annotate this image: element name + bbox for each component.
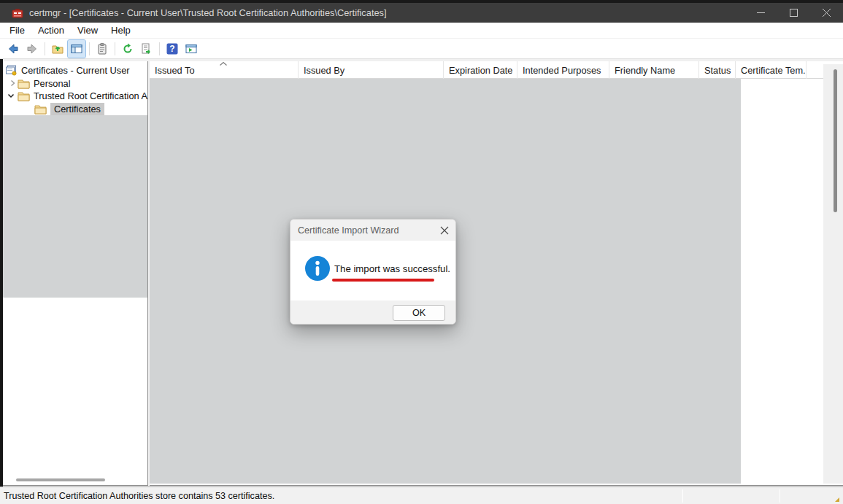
tree-item-trusted-root[interactable]: Trusted Root Certification Authorities xyxy=(3,89,147,102)
column-header-intended-purposes[interactable]: Intended Purposes xyxy=(517,61,609,79)
close-icon xyxy=(823,9,831,17)
action-pane-toggle-icon xyxy=(185,42,198,55)
dialog-footer: OK xyxy=(290,301,455,325)
column-header-certificate-template[interactable]: Certificate Tem... xyxy=(736,61,807,79)
chevron-right-icon[interactable] xyxy=(7,78,18,88)
maximize-icon xyxy=(790,9,798,17)
list-vertical-scrollbar-thumb[interactable] xyxy=(834,69,837,212)
window-title: certmgr - [Certificates - Current User\T… xyxy=(29,7,387,18)
certificate-import-wizard-dialog: Certificate Import Wizard The import was… xyxy=(290,219,456,325)
chevron-down-icon[interactable] xyxy=(6,90,16,101)
menu-action[interactable]: Action xyxy=(31,23,71,39)
dialog-title-bar[interactable]: Certificate Import Wizard xyxy=(290,220,455,241)
back-button[interactable] xyxy=(4,40,22,58)
minimize-button[interactable] xyxy=(744,3,777,23)
maximize-button[interactable] xyxy=(777,3,810,23)
folder-icon xyxy=(18,78,30,89)
tree-item-label: Personal xyxy=(34,78,71,89)
tree-item-label: Certificates - Current User xyxy=(21,65,130,76)
tree-item-label: Trusted Root Certification Authorities xyxy=(34,90,148,101)
dialog-title: Certificate Import Wizard xyxy=(298,225,399,236)
list-header-row: Issued To Issued By Expiration Date Inte… xyxy=(150,61,843,79)
list-vertical-scrollbar-track[interactable] xyxy=(823,64,843,484)
export-list-icon xyxy=(140,42,153,55)
folder-icon xyxy=(34,104,47,115)
certificate-list-pane: Issued To Issued By Expiration Date Inte… xyxy=(150,61,843,486)
column-header-issued-by[interactable]: Issued By xyxy=(299,61,444,79)
title-bar[interactable]: certmgr - [Certificates - Current User\T… xyxy=(0,3,843,23)
folder-icon xyxy=(18,90,30,101)
console-tree-toggle-icon xyxy=(70,42,83,55)
refresh-button[interactable] xyxy=(119,40,136,58)
forward-icon xyxy=(26,42,39,55)
unpainted-region xyxy=(3,115,147,298)
column-header-expiration-date[interactable]: Expiration Date xyxy=(444,61,517,79)
up-one-level-icon xyxy=(51,42,64,55)
close-icon xyxy=(440,226,449,235)
clipboard-icon xyxy=(96,42,109,55)
status-text: Trusted Root Certification Authorities s… xyxy=(4,491,274,501)
console-tree-pane: Certificates - Current User Personal Tru… xyxy=(3,61,148,486)
help-button[interactable]: ? xyxy=(163,40,181,58)
help-icon: ? xyxy=(166,42,179,55)
minimize-icon xyxy=(757,9,765,17)
menu-view[interactable]: View xyxy=(71,23,104,39)
up-one-level-button[interactable] xyxy=(49,40,66,58)
back-icon xyxy=(7,42,20,55)
certmgr-window: certmgr - [Certificates - Current User\T… xyxy=(0,0,843,504)
toolbar-separator xyxy=(159,42,160,55)
clipboard-button[interactable] xyxy=(93,40,111,58)
export-list-button[interactable] xyxy=(138,40,155,58)
info-icon xyxy=(305,256,330,281)
menu-file[interactable]: File xyxy=(3,23,31,39)
sort-ascending-icon xyxy=(219,61,228,66)
refresh-icon xyxy=(121,42,134,55)
toolbar: ? xyxy=(0,39,843,59)
action-pane-toggle-button[interactable] xyxy=(182,40,200,58)
annotation-underline xyxy=(332,279,434,282)
toolbar-separator xyxy=(89,42,90,55)
tree-item-personal[interactable]: Personal xyxy=(3,77,147,90)
status-bar-separator xyxy=(780,489,780,503)
forward-button[interactable] xyxy=(23,40,41,58)
tree-item-certificates[interactable]: Certificates xyxy=(3,102,147,115)
tree-item-certificates-current-user[interactable]: Certificates - Current User xyxy=(3,63,147,77)
certmgr-app-icon xyxy=(12,7,23,19)
svg-text:?: ? xyxy=(169,44,174,54)
column-header-friendly-name[interactable]: Friendly Name xyxy=(609,61,699,79)
toolbar-separator xyxy=(115,42,115,55)
dialog-body: The import was successful. xyxy=(290,241,455,301)
tree-horizontal-scrollbar[interactable] xyxy=(16,478,105,481)
column-header-status[interactable]: Status xyxy=(699,61,736,79)
status-bar: Trusted Root Certification Authorities s… xyxy=(0,486,843,504)
tree-item-label-selected: Certificates xyxy=(50,103,104,115)
menu-help[interactable]: Help xyxy=(104,23,137,39)
dialog-close-button[interactable] xyxy=(439,225,450,236)
status-bar-separator xyxy=(682,489,683,503)
menu-bar: File Action View Help xyxy=(0,23,843,39)
console-tree-toggle-button[interactable] xyxy=(68,40,85,58)
toolbar-separator xyxy=(45,42,45,55)
close-button[interactable] xyxy=(810,3,843,23)
column-header-issued-to[interactable]: Issued To xyxy=(150,61,299,79)
dialog-message: The import was successful. xyxy=(334,263,450,274)
ok-button[interactable]: OK xyxy=(393,305,445,321)
certificate-store-icon xyxy=(5,65,18,76)
